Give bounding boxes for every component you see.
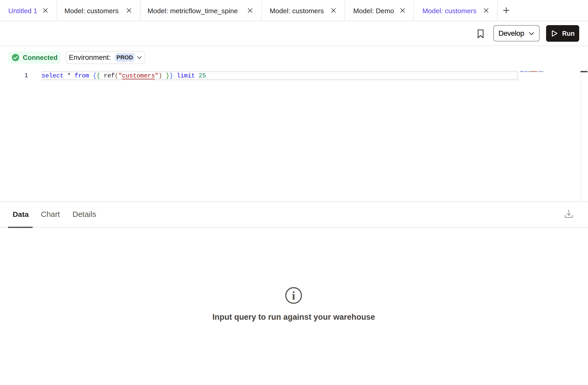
svg-text:i: i — [292, 289, 295, 302]
